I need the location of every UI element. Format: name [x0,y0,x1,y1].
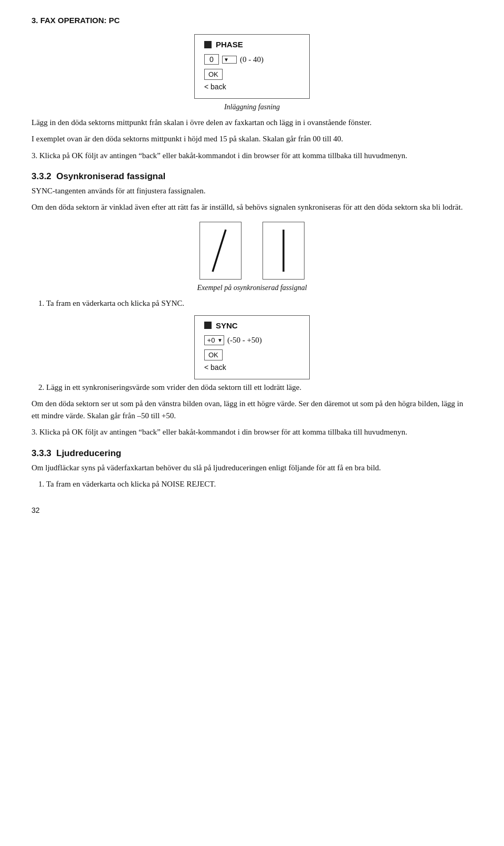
phase-ok-row: OK [204,69,300,82]
phase-title-icon [204,41,212,48]
sync-range-label: (-50 - +50) [227,336,262,345]
sync-title-icon [204,322,212,329]
phase-back-link[interactable]: < back [204,82,300,91]
phase-box-container: PHASE 0 ▼ (0 - 40) OK < back [32,34,472,99]
sync-combo-value: +0 [206,336,216,344]
fax-images-row [32,222,472,280]
phase-range-label: (0 - 40) [240,55,264,64]
signal-left-svg [205,227,236,274]
noise-reject-list: Ta fram en väderkarta och klicka på NOIS… [46,478,472,490]
sync-steps-list-2: Lägg in ett synkroniseringsvärde som vri… [46,381,472,394]
section-333-number: 3.3.3 [32,448,51,458]
sync-p2: Om den döda sektorn är vinklad även efte… [32,201,472,213]
section-333-title-text: Ljudreducering [56,448,121,458]
sync-box-title: SYNC [204,321,300,330]
phase-caption: Inläggning fasning [32,103,472,111]
phase-select-arrow: ▼ [224,57,229,63]
para-2: I exemplet ovan är den döda sektorns mit… [32,133,472,145]
sync-p3: 3. Klicka på OK följt av antingen “back”… [32,426,472,438]
section-332-title: 3.3.2 Osynkroniserad fassignal [32,171,472,182]
sync-ok-row: OK [204,349,300,363]
phase-title-text: PHASE [216,40,243,49]
page-number: 32 [32,506,472,514]
sync-steps-list: Ta fram en väderkarta och klicka på SYNC… [46,297,472,309]
sync-title-text: SYNC [216,321,238,330]
section-332-number: 3.3.2 [32,171,51,181]
sync-combo-arrow: ▼ [217,337,223,343]
sync-ok-button[interactable]: OK [204,349,223,360]
page-header: 3. FAX OPERATION: PC [32,16,472,25]
ljudred-intro: Om ljudfläckar syns på väderfaxkartan be… [32,462,472,474]
fax-signal-right [262,222,304,280]
sync-back-link[interactable]: < back [204,363,300,372]
section-333-title: 3.3.3 Ljudreducering [32,448,472,459]
para-3: 3. Klicka på OK följt av antingen “back”… [32,150,472,162]
phase-ui-box: PHASE 0 ▼ (0 - 40) OK < back [194,34,310,99]
sync-caption: Exempel på osynkroniserad fassignal [32,284,472,292]
sync-intro: SYNC-tangenten används för att finjuster… [32,185,472,197]
sync-input-row: +0 ▼ (-50 - +50) [204,335,300,345]
sync-combo-select[interactable]: +0 ▼ [204,335,224,345]
phase-input-row: 0 ▼ (0 - 40) [204,54,300,65]
phase-box-title: PHASE [204,40,300,49]
section-332-title-text: Osynkroniserad fassignal [56,171,165,181]
signal-right-svg [268,227,299,274]
sync-box-container: SYNC +0 ▼ (-50 - +50) OK < back [32,315,472,379]
sync-p2-detail: Om den döda sektorn ser ut som på den vä… [32,398,472,422]
phase-input[interactable]: 0 [204,54,219,65]
phase-select[interactable]: ▼ [222,56,237,64]
phase-ok-button[interactable]: OK [204,69,223,80]
fax-signal-left [200,222,242,280]
noise-reject-step-1: Ta fram en väderkarta och klicka på NOIS… [46,478,472,490]
para-1: Lägg in den döda sektorns mittpunkt från… [32,117,472,129]
sync-step-2: Lägg in ett synkroniseringsvärde som vri… [46,381,472,394]
sync-step-1: Ta fram en väderkarta och klicka på SYNC… [46,297,472,309]
sync-ui-box: SYNC +0 ▼ (-50 - +50) OK < back [194,315,310,379]
